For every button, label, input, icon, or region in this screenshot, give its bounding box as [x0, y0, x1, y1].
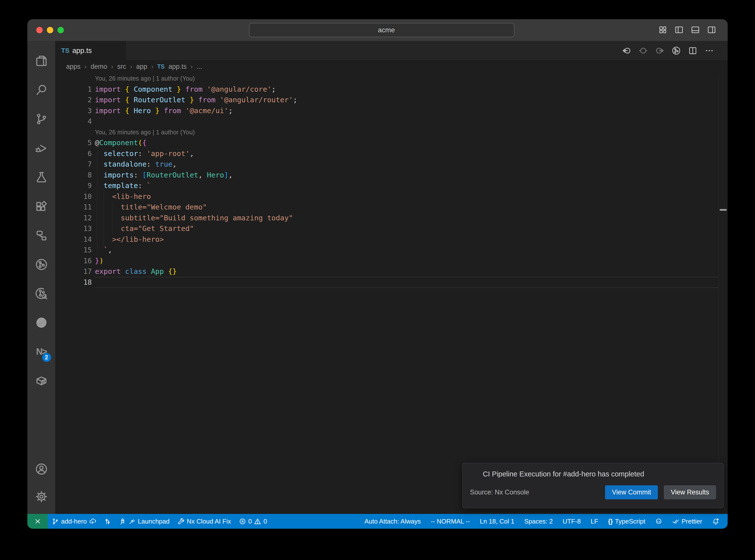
- zoom-window-button[interactable]: [57, 27, 64, 33]
- status-cursor-position[interactable]: Ln 18, Col 1: [475, 514, 519, 529]
- swirl-icon: [35, 316, 48, 329]
- status-copilot-status[interactable]: [650, 514, 667, 529]
- status-nx-cloud-ai-fix[interactable]: Nx Cloud AI Fix: [174, 514, 235, 529]
- code-row-16[interactable]: 16}): [55, 256, 728, 266]
- breadcrumb-item-demo[interactable]: demo: [91, 63, 107, 71]
- code-line[interactable]: standalone: true,: [95, 159, 177, 170]
- activity-item-gitlens[interactable]: [30, 279, 53, 308]
- line-number: 15: [55, 245, 92, 256]
- view-results-button[interactable]: View Results: [664, 485, 716, 499]
- code-row-9[interactable]: 9 template: `: [55, 180, 728, 191]
- code-line[interactable]: import { RouterOutlet } from '@angular/r…: [95, 95, 297, 105]
- status-commit-sliders[interactable]: [100, 514, 115, 529]
- code-row-3[interactable]: 3import { Hero } from '@acme/ui';: [55, 105, 728, 116]
- code-line[interactable]: import { Hero } from '@acme/ui';: [95, 105, 233, 116]
- breadcrumb-item-src[interactable]: src: [117, 63, 126, 71]
- close-tab-icon[interactable]: [113, 47, 120, 54]
- code-line[interactable]: `,: [95, 245, 112, 256]
- split-editor-button[interactable]: [688, 46, 697, 55]
- copilot-menu[interactable]: [520, 25, 540, 36]
- status-eol[interactable]: LF: [586, 514, 603, 529]
- status-vim-mode[interactable]: -- NORMAL --: [426, 514, 475, 529]
- breadcrumb-item-apps[interactable]: apps: [66, 63, 81, 71]
- view-commit-button[interactable]: View Commit: [605, 485, 658, 499]
- minimize-window-button[interactable]: [47, 27, 53, 33]
- breadcrumb-item-file[interactable]: app.ts: [168, 63, 187, 71]
- overview-ruler[interactable]: [719, 73, 728, 514]
- code-row-17[interactable]: 17export class App {}: [55, 266, 728, 277]
- code-row-15[interactable]: 15 `,: [55, 245, 728, 256]
- toggle-primary-sidebar-button[interactable]: [674, 25, 684, 35]
- code-row-1[interactable]: 1import { Component } from '@angular/cor…: [55, 84, 728, 95]
- go-back-button[interactable]: [212, 25, 221, 35]
- status-language-mode[interactable]: {}TypeScript: [603, 514, 650, 529]
- activity-item-containers[interactable]: [30, 366, 53, 395]
- status-remote-indicator[interactable]: [27, 514, 48, 529]
- git-graph-view-button[interactable]: [672, 46, 681, 55]
- toggle-panel-button[interactable]: [691, 25, 700, 35]
- status-indentation[interactable]: Spaces: 2: [519, 514, 558, 529]
- code-row-12[interactable]: 12 subtitle="Build something amazing tod…: [55, 213, 728, 223]
- nav-current-button[interactable]: [639, 46, 648, 55]
- code-row-18[interactable]: 18: [55, 277, 728, 288]
- notification-settings-icon[interactable]: [693, 470, 701, 478]
- activity-item-run-and-debug[interactable]: [30, 134, 53, 163]
- activity-item-nx-cloud[interactable]: [30, 308, 53, 337]
- activity-item-remote-explorer[interactable]: [30, 221, 53, 250]
- status-problems[interactable]: 00: [235, 514, 271, 529]
- tab-app-ts[interactable]: TS app.ts: [55, 41, 126, 60]
- status-notifications-bell[interactable]: [707, 514, 724, 529]
- plug-icon: [128, 518, 136, 525]
- code-line[interactable]: ></lib-hero>: [95, 234, 164, 245]
- line-number: 9: [55, 180, 92, 191]
- status-launchpad[interactable]: Launchpad: [115, 514, 174, 529]
- customize-layout-button[interactable]: [658, 25, 668, 35]
- status-auto-attach[interactable]: Auto Attach: Always: [359, 514, 425, 529]
- code-line[interactable]: @Component({: [95, 138, 147, 148]
- code-line[interactable]: }): [95, 256, 103, 266]
- status-git-branch[interactable]: add-hero: [48, 514, 100, 529]
- more-actions-button[interactable]: [705, 46, 714, 55]
- toggle-secondary-sidebar-button[interactable]: [707, 25, 716, 35]
- code-row-4[interactable]: 4: [55, 116, 728, 127]
- code-row-8[interactable]: 8 imports: [RouterOutlet, Hero],: [55, 170, 728, 181]
- activity-item-source-control[interactable]: [30, 104, 53, 134]
- code-line[interactable]: cta="Get Started": [95, 223, 194, 234]
- nav-back-button[interactable]: [622, 46, 631, 55]
- code-line[interactable]: imports: [RouterOutlet, Hero],: [95, 170, 233, 181]
- code-line[interactable]: subtitle="Build something amazing today": [95, 213, 293, 223]
- code-line[interactable]: title="Welcmoe demo": [95, 202, 207, 213]
- code-row-14[interactable]: 14 ></lib-hero>: [55, 234, 728, 245]
- command-center[interactable]: acme: [249, 23, 514, 37]
- go-forward-button[interactable]: [227, 25, 237, 35]
- code-row-11[interactable]: 11 title="Welcmoe demo": [55, 202, 728, 213]
- code-row-7[interactable]: 7 standalone: true,: [55, 159, 728, 170]
- activity-item-extensions[interactable]: [30, 192, 53, 221]
- code-editor[interactable]: You, 26 minutes ago | 1 author (You)1imp…: [55, 73, 728, 514]
- code-line[interactable]: import { Component } from '@angular/core…: [95, 84, 276, 95]
- code-row-2[interactable]: 2import { RouterOutlet } from '@angular/…: [55, 95, 728, 105]
- activity-item-manage[interactable]: [30, 483, 53, 511]
- breadcrumb-trailing[interactable]: ...: [197, 63, 202, 71]
- code-line[interactable]: template: `: [95, 180, 151, 191]
- activity-item-accounts[interactable]: [30, 455, 53, 483]
- status-prettier[interactable]: Prettier: [667, 514, 707, 529]
- close-window-button[interactable]: [36, 27, 43, 33]
- code-line[interactable]: export class App {}: [95, 266, 177, 277]
- activity-item-nx-console[interactable]: N>2: [30, 337, 53, 366]
- code-row-10[interactable]: 10 <lib-hero: [55, 191, 728, 202]
- code-line[interactable]: selector: 'app-root',: [95, 148, 194, 159]
- code-row-6[interactable]: 6 selector: 'app-root',: [55, 148, 728, 159]
- nav-forward-button[interactable]: [655, 46, 664, 55]
- activity-item-explorer[interactable]: [30, 46, 53, 75]
- code-row-13[interactable]: 13 cta="Get Started": [55, 223, 728, 234]
- status-text: 0: [248, 518, 252, 525]
- breadcrumb-item-app[interactable]: app: [136, 63, 147, 71]
- activity-item-testing[interactable]: [30, 163, 53, 192]
- notification-close-icon[interactable]: [709, 470, 716, 478]
- code-row-5[interactable]: 5@Component({: [55, 138, 728, 148]
- status-encoding[interactable]: UTF-8: [558, 514, 586, 529]
- code-line[interactable]: <lib-hero: [95, 191, 151, 202]
- activity-item-git-graph[interactable]: [30, 250, 53, 279]
- activity-item-search[interactable]: [30, 75, 53, 104]
